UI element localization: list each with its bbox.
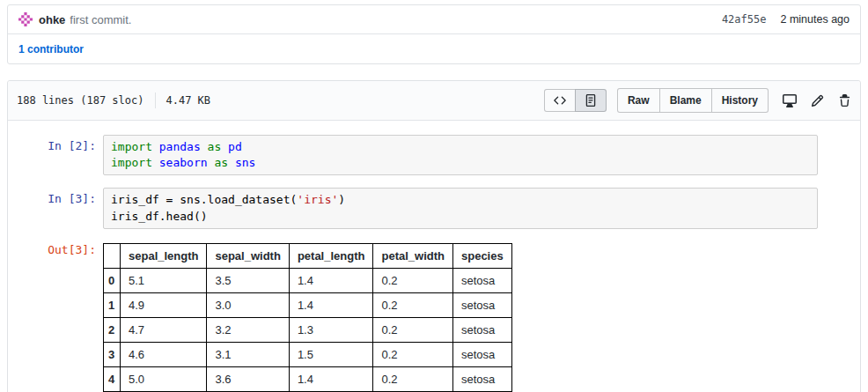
cell-prompt-out: Out[3]: — [24, 241, 96, 256]
code-token: import — [111, 156, 152, 169]
table-cell: setosa — [452, 366, 511, 391]
row-index-cell: 0 — [104, 268, 121, 292]
page: ohke first commit. 42af55e 2 minutes ago… — [0, 0, 868, 392]
code-cell: iris_df = sns.load_dataset('iris') iris_… — [103, 188, 818, 228]
avatar[interactable] — [18, 12, 33, 26]
table-cell: setosa — [452, 292, 511, 317]
file-action-group: Raw Blame History — [617, 88, 769, 113]
table-cell: 1.4 — [289, 366, 373, 391]
table-row: 24.73.21.30.2setosa — [104, 317, 512, 342]
table-header-row: sepal_lengthsepal_widthpetal_lengthpetal… — [104, 243, 512, 268]
notebook-cell: In [2]: import pandas as pd import seabo… — [24, 135, 818, 175]
commit-author[interactable]: ohke — [39, 13, 65, 26]
cell-prompt-in: In [2]: — [24, 135, 96, 152]
table-cell: setosa — [452, 317, 511, 342]
blame-button[interactable]: Blame — [659, 88, 712, 113]
table-cell: setosa — [452, 268, 511, 292]
identicon-avatar — [18, 12, 33, 26]
table-cell: 0.2 — [373, 366, 453, 391]
commit-row: ohke first commit. 42af55e 2 minutes ago — [8, 5, 860, 34]
commit-box: ohke first commit. 42af55e 2 minutes ago… — [7, 4, 861, 64]
raw-button[interactable]: Raw — [617, 88, 660, 113]
table-cell: setosa — [452, 342, 511, 366]
table-row: 05.13.51.40.2setosa — [104, 268, 512, 292]
code-token: pandas — [152, 140, 208, 153]
table-cell: 3.6 — [207, 366, 289, 391]
code-token: as — [208, 140, 222, 153]
file-header: 188 lines (187 sloc) 4.47 KB — [8, 81, 860, 121]
table-header-cell: sepal_width — [207, 243, 289, 268]
table-cell: 1.4 — [289, 292, 373, 317]
row-index-cell: 4 — [104, 366, 121, 391]
file-lines-info: 188 lines (187 sloc) — [17, 94, 144, 107]
table-cell: 3.5 — [207, 268, 289, 292]
table-row: 45.03.61.40.2setosa — [104, 366, 512, 391]
table-cell: 1.3 — [289, 317, 373, 342]
row-index-cell: 1 — [104, 292, 121, 317]
table-header-cell: petal_length — [289, 243, 373, 268]
table-cell: 0.2 — [373, 292, 453, 317]
file-actions: Raw Blame History — [533, 88, 851, 113]
source-view-button[interactable] — [544, 89, 576, 112]
code-line: import seaborn as sns — [111, 155, 810, 171]
notebook-output: Out[3]: sepal_lengthsepal_widthpetal_len… — [24, 241, 818, 392]
table-row: 34.63.11.50.2setosa — [104, 342, 512, 366]
code-line: import pandas as pd — [111, 139, 810, 155]
delete-trash-icon[interactable] — [838, 94, 851, 107]
table-cell: 5.1 — [121, 268, 207, 292]
output-table: sepal_lengthsepal_widthpetal_lengthpetal… — [103, 243, 512, 392]
table-cell: 4.9 — [121, 292, 207, 317]
commit-meta: 42af55e 2 minutes ago — [722, 13, 850, 26]
table-cell: 3.2 — [207, 317, 289, 342]
table-row: 14.93.01.40.2setosa — [104, 292, 512, 317]
display-monitor-icon[interactable] — [783, 93, 797, 107]
row-index-cell: 3 — [104, 342, 121, 366]
notebook-render: In [2]: import pandas as pd import seabo… — [8, 121, 860, 392]
table-cell: 4.6 — [121, 342, 207, 366]
table-header-cell: sepal_length — [121, 243, 207, 268]
table-cell: 1.5 — [289, 342, 373, 366]
code-token: sns — [228, 156, 255, 169]
contributors-row: 1 contributor — [8, 34, 860, 63]
code-token: iris_df.head() — [111, 210, 208, 223]
code-token: seaborn — [152, 156, 214, 169]
document-icon — [585, 94, 597, 107]
code-cell: import pandas as pd import seaborn as sn… — [103, 135, 818, 175]
code-token: pd — [221, 140, 241, 153]
file-size: 4.47 KB — [166, 94, 211, 107]
code-icon — [554, 94, 566, 107]
table-cell: 0.2 — [373, 268, 453, 292]
table-header-cell — [104, 243, 121, 268]
table-cell: 5.0 — [121, 366, 207, 391]
file-box: 188 lines (187 sloc) 4.47 KB — [7, 80, 861, 392]
code-line: iris_df.head() — [111, 209, 810, 225]
table-cell: 1.4 — [289, 268, 373, 292]
code-token: as — [214, 156, 228, 169]
table-cell: 3.0 — [207, 292, 289, 317]
commit-message[interactable]: first commit. — [70, 13, 131, 26]
table-header-cell: petal_width — [373, 243, 453, 268]
table-header-cell: species — [452, 243, 511, 268]
history-button[interactable]: History — [711, 88, 769, 113]
view-toggle-group — [544, 89, 607, 112]
output-area: sepal_lengthsepal_widthpetal_lengthpetal… — [103, 241, 512, 392]
edit-pencil-icon[interactable] — [811, 94, 824, 107]
row-index-cell: 2 — [104, 317, 121, 342]
contributors-link[interactable]: 1 contributor — [18, 43, 84, 55]
commit-time: 2 minutes ago — [780, 13, 850, 26]
code-token: iris_df = sns.load_dataset( — [111, 193, 297, 206]
table-cell: 0.2 — [373, 342, 453, 366]
commit-hash[interactable]: 42af55e — [722, 13, 767, 26]
cell-prompt-in: In [3]: — [24, 188, 96, 205]
divider — [155, 92, 156, 108]
table-cell: 4.7 — [121, 317, 207, 342]
notebook-cell: In [3]: iris_df = sns.load_dataset('iris… — [24, 188, 818, 228]
code-token: ) — [338, 193, 345, 206]
table-cell: 3.1 — [207, 342, 289, 366]
rendered-view-button[interactable] — [575, 89, 607, 112]
file-info: 188 lines (187 sloc) 4.47 KB — [17, 92, 210, 108]
code-token: import — [111, 140, 152, 153]
code-line: iris_df = sns.load_dataset('iris') — [111, 192, 810, 208]
table-cell: 0.2 — [373, 317, 453, 342]
code-token: 'iris' — [297, 193, 338, 206]
